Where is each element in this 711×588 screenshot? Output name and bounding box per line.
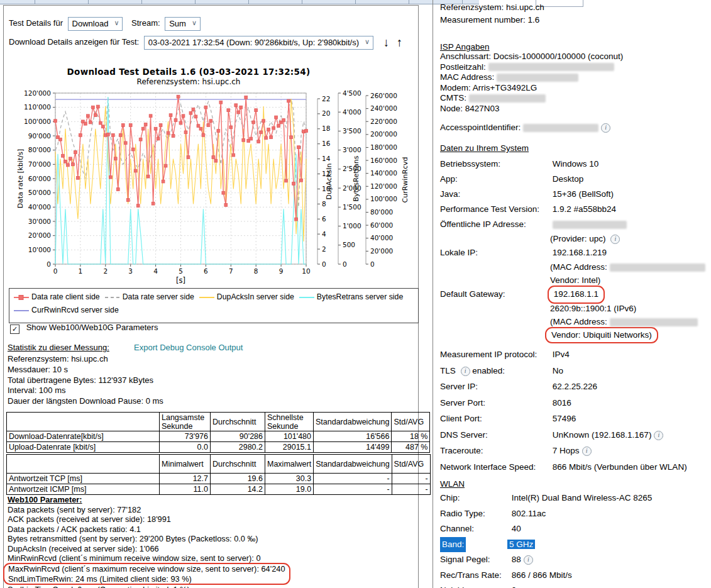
svg-text:220'000: 220'000 <box>370 118 397 125</box>
tab-separator <box>141 0 142 4</box>
redacted-value <box>469 94 546 103</box>
info-row: Channel: 40 <box>440 521 709 537</box>
legend-marker-icon <box>104 294 121 301</box>
tab-separator <box>355 0 356 4</box>
legend-row: Data rate client sideData rate server si… <box>13 291 414 304</box>
legend-item-label: Data rate client side <box>31 292 100 301</box>
system-info-panel: Referenzsystem: hsi.upc.chMeasurement nu… <box>440 0 709 588</box>
table-cell: 12.7 <box>160 474 211 484</box>
test-select-label: Download Details anzeigen für Test: <box>9 37 139 47</box>
info-row-label: Rec/Trans Rate: <box>440 568 509 584</box>
svg-text:140'000: 140'000 <box>370 169 397 177</box>
table-cell: 11.0 <box>160 484 211 495</box>
table-header-cell: Std/AVG <box>392 455 430 474</box>
svg-text:100'000: 100'000 <box>370 195 397 202</box>
show-web100-row[interactable]: ✓ Show Web100/Web10G Parameters <box>10 323 158 334</box>
svg-text:6: 6 <box>322 215 326 223</box>
test-select-dropdown[interactable]: 03-03-2021 17:32:54 (Down: 90'286kbit/s,… <box>144 36 373 50</box>
info-row-label: Server Port: <box>440 395 550 411</box>
download-details-chart: 010'00020'00030'00040'00050'00060'00070'… <box>3 87 417 291</box>
info-row-label: Java: <box>440 187 550 202</box>
legend-item[interactable]: DupAcksIn server side <box>199 291 294 304</box>
reference-line: Measurement number: 1.6 <box>440 14 709 25</box>
stream-label: Stream: <box>131 18 160 28</box>
info-row-value: 192.168.1.219 <box>553 248 607 257</box>
checkbox-checked-icon[interactable]: ✓ <box>10 325 19 334</box>
chart-plot: 010'00020'00030'00040'00050'00060'00070'… <box>3 87 417 289</box>
legend-item[interactable]: Data rate server side <box>104 291 194 304</box>
redacted-value <box>610 263 705 272</box>
table-cell: - <box>314 484 392 495</box>
data-table: MinimalwertDurchschnittMaximalwertStanda… <box>6 454 431 495</box>
red-annotation-box: MaxRwinRcvd (client´s maximum receive wi… <box>3 563 290 585</box>
svg-text:30'000: 30'000 <box>28 218 51 225</box>
info-row-label: TLS i enabled: <box>440 363 550 379</box>
web100-line: DupAcksIn (received at server side): 1'0… <box>8 544 290 553</box>
info-row-value: 15+36 (BellSoft) <box>553 189 614 199</box>
next-test-arrow-icon[interactable]: ↑ <box>397 36 403 49</box>
table-cell: 29015.1 <box>265 442 314 453</box>
system-heading: Daten zu Ihrem System <box>440 143 709 153</box>
isp-heading: ISP Angaben <box>440 42 709 52</box>
panel-divider <box>433 0 433 588</box>
table-cell: 90'286 <box>211 431 265 442</box>
isp-line: CMTS: <box>440 93 709 104</box>
info-icon[interactable]: i <box>461 367 470 376</box>
legend-row: CurRwinRcvd server side <box>13 304 414 317</box>
test-details-dropdown[interactable]: Download ∨ <box>68 17 123 31</box>
svg-text:2: 2 <box>103 267 107 275</box>
table-cell: 14'499 <box>314 442 392 453</box>
info-row-label: Channel: <box>440 521 509 537</box>
info-row-label: Client Port: <box>440 411 550 427</box>
legend-item[interactable]: BytesRetrans server side <box>299 291 403 304</box>
svg-text:8: 8 <box>254 267 258 275</box>
export-debug-link[interactable]: Export Debug Console Output <box>134 343 243 352</box>
web100-heading: Web100 Parameter: <box>8 495 82 504</box>
web100-line: SndLimTimeRwin: 24 ms (Limited client si… <box>8 574 285 584</box>
svg-text:BytesRetrans: BytesRetrans <box>352 155 360 201</box>
info-extra-value: Vendor: Ubiquiti Networks) <box>545 327 658 343</box>
info-icon[interactable]: i <box>582 447 592 456</box>
info-row-label: Öffentliche IP Adresse: <box>440 217 550 232</box>
svg-text:120'000: 120'000 <box>370 182 397 190</box>
previous-test-arrow-icon[interactable]: ↓ <box>383 36 390 49</box>
redacted-value <box>610 318 698 326</box>
stream-dropdown[interactable]: Sum ∨ <box>165 17 201 31</box>
info-row: Neighbors: 0 <box>440 583 709 588</box>
svg-text:7: 7 <box>229 267 233 275</box>
table-header-row: Langsamste SekundeDurchschnittSchnellste… <box>7 413 430 431</box>
info-row-label: Lokale IP: <box>440 245 550 260</box>
table-cell: - <box>392 474 430 484</box>
table-row: Upload-Datenrate [kbit/s]0.02980.229015.… <box>7 442 430 453</box>
info-row: Betriebssystem: Windows 10 <box>440 157 709 172</box>
info-icon[interactable]: i <box>524 555 533 565</box>
legend-marker-icon <box>13 308 30 314</box>
info-row-label: Chip: <box>440 491 509 506</box>
legend-item[interactable]: Data rate client side <box>13 291 100 304</box>
tab-separator <box>35 0 35 4</box>
chevron-down-icon: ∨ <box>114 19 119 27</box>
info-row: DNS Server: UnKnown (192.168.1.167)i <box>440 427 709 443</box>
info-row: Lokale IP: 192.168.1.219(MAC Address: Ve… <box>440 245 709 287</box>
svg-text:110'000: 110'000 <box>24 103 51 111</box>
info-row-value: 866 / 866 Mbit/s <box>512 570 572 580</box>
info-icon[interactable]: i <box>610 235 620 244</box>
info-row-value: 5 GHz <box>507 540 535 549</box>
legend-item[interactable]: CurRwinRcvd server side <box>13 304 119 317</box>
svg-text:1: 1 <box>79 267 83 275</box>
legend-item-label: DupAcksIn server side <box>217 292 294 301</box>
web100-line: MinRwinRcvd (client´s minimum receive wi… <box>8 553 290 563</box>
svg-text:180'000: 180'000 <box>370 143 397 151</box>
web100-parameter-list: Data packets (sent by server): 77'182ACK… <box>8 505 290 588</box>
web100-line: ACK packets (received at server side): 1… <box>8 514 290 524</box>
info-icon[interactable]: i <box>654 431 663 440</box>
info-icon[interactable]: i <box>601 123 610 133</box>
info-row: Rec/Trans Rate: 866 / 866 Mbit/s <box>440 568 709 584</box>
isp-line: Node: 8427N03 <box>440 104 709 114</box>
info-row: Signal Pegel: 88i <box>440 552 709 568</box>
table-cell: 19.6 <box>211 474 265 484</box>
chart-subtitle: Referenzsystem: hsi.upc.ch <box>0 77 377 86</box>
info-extra-line: 2620:9b::1900:1 (IPv6) <box>550 302 709 315</box>
info-row-value: 88 <box>512 555 521 564</box>
svg-text:100'000: 100'000 <box>24 118 51 125</box>
